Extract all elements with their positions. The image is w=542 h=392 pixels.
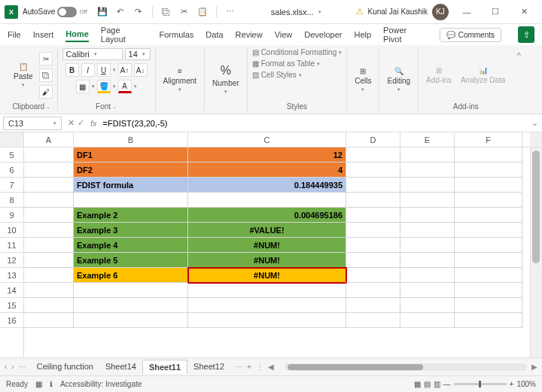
cell-B15[interactable]	[74, 298, 188, 313]
cell-E11[interactable]	[400, 238, 455, 253]
cell-B7[interactable]: FDIST formula	[74, 178, 188, 193]
cell-F15[interactable]	[455, 298, 522, 313]
tab-overflow-button[interactable]: ⋯	[235, 363, 242, 371]
cell-F9[interactable]	[455, 208, 522, 223]
undo-icon[interactable]: ↶	[114, 6, 126, 18]
cell-C5[interactable]: 12	[188, 147, 346, 163]
redo-icon[interactable]: ↷	[132, 6, 145, 18]
cell-C13[interactable]: #NUM!	[188, 268, 346, 283]
menu-help[interactable]: Help	[354, 28, 371, 41]
save-icon[interactable]: 💾	[96, 6, 108, 18]
row-header-14[interactable]: 14	[0, 283, 23, 298]
cancel-formula-icon[interactable]: ✕	[68, 118, 75, 128]
cell-D8[interactable]	[346, 193, 400, 208]
cell-C6[interactable]: 4	[188, 163, 346, 178]
column-header-A[interactable]: A	[24, 132, 74, 147]
cell-D5[interactable]	[346, 147, 400, 163]
bold-button[interactable]: B	[65, 63, 79, 77]
font-name-select[interactable]: Calibri▾	[62, 48, 123, 60]
row-header-7[interactable]: 7	[0, 178, 23, 193]
cell-A5[interactable]	[24, 147, 74, 163]
cell-C9[interactable]: 0.004695186	[188, 208, 346, 223]
column-header-F[interactable]: F	[455, 132, 522, 147]
paste-icon[interactable]: 📋	[196, 6, 209, 18]
cell-B14[interactable]	[74, 283, 188, 298]
cell-B8[interactable]	[74, 193, 188, 208]
number-button[interactable]: %Number▾	[209, 62, 242, 96]
cells-button[interactable]: ⊞Cells▾	[352, 65, 374, 94]
column-header-C[interactable]: C	[188, 132, 346, 147]
cell-E15[interactable]	[400, 298, 455, 313]
menu-review[interactable]: Review	[236, 28, 263, 41]
hscroll-right-button[interactable]: ▶	[531, 363, 537, 371]
cell-E5[interactable]	[400, 147, 455, 163]
menu-file[interactable]: File	[8, 28, 21, 41]
horizontal-scrollbar[interactable]	[285, 363, 527, 371]
view-break-icon[interactable]: ▥	[434, 380, 440, 388]
close-button[interactable]: ✕	[510, 2, 537, 23]
warning-icon[interactable]: ⚠	[356, 7, 364, 17]
cell-B11[interactable]: Example 4	[74, 238, 188, 253]
cell-E14[interactable]	[400, 283, 455, 298]
cell-F5[interactable]	[455, 147, 522, 163]
row-header-13[interactable]: 13	[0, 268, 23, 283]
filename-chevron-icon[interactable]: ▾	[318, 9, 321, 15]
cut-button[interactable]: ✂	[39, 52, 53, 65]
more-icon[interactable]: ⋯	[224, 6, 236, 18]
copy-button[interactable]: ⿻	[39, 68, 53, 82]
cell-E9[interactable]	[400, 208, 455, 223]
share-button[interactable]: ⇪	[518, 26, 534, 43]
cell-C8[interactable]	[188, 193, 346, 208]
ribbon-collapse-button[interactable]: ^	[513, 48, 525, 111]
cell-B13[interactable]: Example 6	[74, 268, 188, 283]
sheet-tab-sheet12[interactable]: Sheet12	[187, 360, 230, 374]
menu-page-layout[interactable]: Page Layout	[101, 23, 148, 46]
row-header-11[interactable]: 11	[0, 238, 23, 253]
grid-body[interactable]: DF112DF24FDIST formula0.184449935Example…	[24, 147, 530, 357]
cell-D7[interactable]	[346, 178, 400, 193]
zoom-slider[interactable]	[454, 383, 507, 385]
autosave-toggle[interactable]: AutoSave Off	[23, 7, 87, 17]
user-avatar[interactable]: KJ	[432, 4, 449, 20]
vertical-scrollbar-thumb[interactable]	[532, 150, 540, 263]
cell-A8[interactable]	[24, 193, 74, 208]
cell-D12[interactable]	[346, 253, 400, 268]
cell-F12[interactable]	[455, 253, 522, 268]
cell-A9[interactable]	[24, 208, 74, 223]
cell-D14[interactable]	[346, 283, 400, 298]
row-header-10[interactable]: 10	[0, 223, 23, 238]
cell-E16[interactable]	[400, 313, 455, 328]
cell-A14[interactable]	[24, 283, 74, 298]
cell-C11[interactable]: #NUM!	[188, 238, 346, 253]
expand-formula-bar-button[interactable]: ⌄	[527, 118, 542, 128]
sheet-tab-sheet14[interactable]: Sheet14	[99, 360, 142, 374]
analyze-data-button[interactable]: 📊Analyze Data	[458, 65, 508, 86]
cell-A11[interactable]	[24, 238, 74, 253]
tab-more-button[interactable]: ⋯	[19, 363, 26, 371]
cell-D10[interactable]	[346, 223, 400, 238]
zoom-out-button[interactable]: ―	[443, 380, 451, 388]
cell-B16[interactable]	[74, 313, 188, 328]
accessibility-status[interactable]: Accessibility: Investigate	[60, 380, 142, 388]
accessibility-icon[interactable]: ℹ	[50, 380, 53, 388]
sheet-tab-ceiling-function[interactable]: Ceiling function	[31, 360, 99, 374]
view-page-icon[interactable]: ▤	[424, 380, 431, 388]
cell-C7[interactable]: 0.184449935	[188, 178, 346, 193]
cell-F13[interactable]	[455, 268, 522, 283]
cell-E12[interactable]	[400, 253, 455, 268]
tab-divider[interactable]: ⋮	[256, 363, 263, 371]
cell-B9[interactable]: Example 2	[74, 208, 188, 223]
font-size-select[interactable]: 14▾	[125, 48, 151, 60]
tab-next-button[interactable]: ›	[11, 363, 14, 371]
zoom-in-button[interactable]: +	[510, 380, 514, 388]
cell-F6[interactable]	[455, 163, 522, 178]
border-button[interactable]: ▦	[76, 80, 90, 93]
horizontal-scrollbar-thumb[interactable]	[288, 364, 423, 370]
select-all-corner[interactable]	[0, 132, 24, 147]
vertical-scrollbar[interactable]	[530, 147, 542, 357]
cell-A6[interactable]	[24, 163, 74, 178]
editing-button[interactable]: 🔍Editing▾	[384, 65, 413, 94]
copy-icon[interactable]: ⿻	[160, 6, 172, 18]
user-name[interactable]: Kunal Jai Kaushik	[368, 8, 428, 16]
cell-C16[interactable]	[188, 313, 346, 328]
